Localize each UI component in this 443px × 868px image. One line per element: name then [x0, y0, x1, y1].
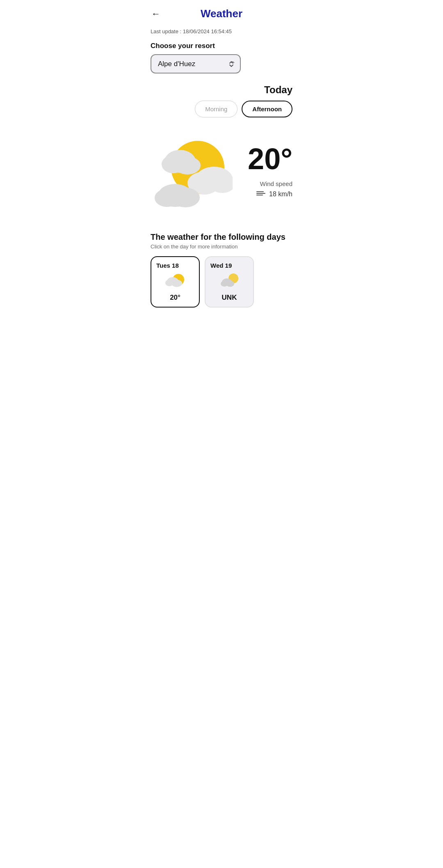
wind-label: Wind speed	[256, 180, 292, 187]
resort-label: Choose your resort	[151, 42, 292, 50]
svg-point-3	[174, 156, 201, 175]
day-temp-tues: 20°	[170, 294, 180, 302]
temperature: 20°	[248, 144, 292, 174]
weather-icon-area	[151, 131, 233, 213]
wind-speed-value: 18 km/h	[269, 191, 292, 198]
days-row: Tues 18 20° Wed 19 UNK	[151, 256, 292, 308]
weather-info: 20° Wind speed 18 km/h	[233, 144, 292, 199]
header: ← Weather	[142, 0, 301, 24]
wind-speed: 18 km/h	[256, 189, 292, 199]
day-temp-wed: UNK	[222, 294, 237, 302]
day-name-tues: Tues 18	[156, 262, 179, 269]
today-section: Today Morning Afternoon	[142, 78, 301, 126]
morning-button[interactable]: Morning	[195, 101, 237, 117]
page-title: Weather	[201, 7, 242, 20]
weather-icon	[151, 131, 233, 213]
resort-section: Choose your resort Alpe d'Huez Chamonix …	[142, 37, 301, 78]
resort-select-wrapper: Alpe d'Huez Chamonix Val Thorens Courche…	[151, 54, 241, 73]
day-icon-wed	[218, 272, 241, 290]
afternoon-button[interactable]: Afternoon	[242, 101, 292, 117]
svg-point-13	[171, 280, 182, 287]
following-days-subtitle: Click on the day for more information	[151, 243, 292, 250]
following-days-section: The weather for the following days Click…	[142, 221, 301, 314]
svg-point-9	[171, 188, 200, 207]
day-name-wed: Wed 19	[210, 262, 232, 269]
wind-section: Wind speed 18 km/h	[256, 180, 292, 199]
day-card-tues[interactable]: Tues 18 20°	[151, 256, 200, 308]
resort-select[interactable]: Alpe d'Huez Chamonix Val Thorens Courche…	[151, 54, 241, 73]
day-icon-tues	[164, 272, 187, 290]
last-update: Last update : 18/06/2024 16:54:45	[142, 24, 301, 37]
wind-icon	[256, 189, 267, 199]
following-days-title: The weather for the following days	[151, 232, 292, 242]
today-label: Today	[151, 84, 292, 96]
weather-main: 20° Wind speed 18 km/h	[142, 126, 301, 221]
svg-point-17	[226, 281, 234, 287]
back-button[interactable]: ←	[150, 7, 162, 21]
day-card-wed[interactable]: Wed 19 UNK	[205, 256, 254, 308]
time-toggle: Morning Afternoon	[151, 101, 292, 117]
